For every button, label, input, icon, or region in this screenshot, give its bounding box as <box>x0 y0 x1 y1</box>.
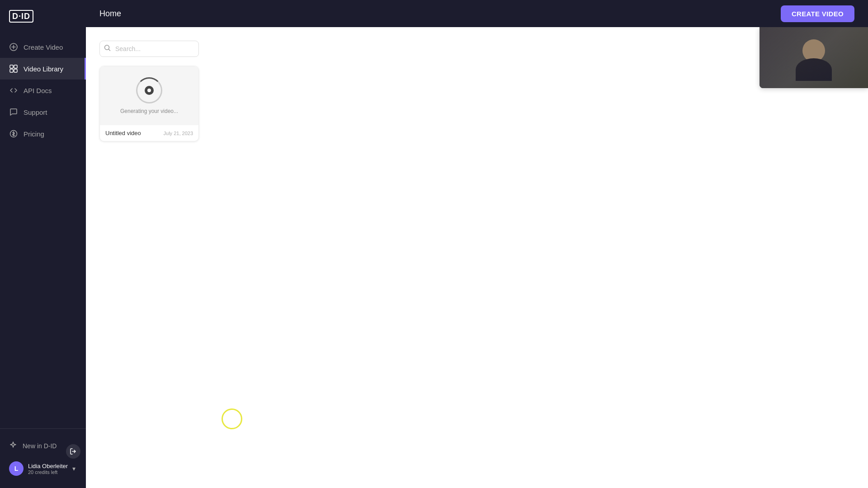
user-text: Lidia Oberleiter 20 credits left <box>28 463 68 475</box>
topbar: Home CREATE VIDEO <box>86 0 868 27</box>
sparkle-icon <box>9 441 17 450</box>
search-container <box>99 41 199 57</box>
code-icon <box>9 86 18 95</box>
cursor-indicator <box>222 408 242 429</box>
search-icon <box>104 45 111 53</box>
svg-rect-4 <box>14 69 17 72</box>
chevron-down-icon: ▾ <box>72 465 75 472</box>
sidebar-item-video-library[interactable]: Video Library <box>0 58 86 80</box>
plus-icon <box>9 42 18 52</box>
video-info: Untitled video July 21, 2023 <box>100 125 198 141</box>
new-in-did-label: New in D-ID <box>23 442 57 450</box>
video-date: July 21, 2023 <box>164 131 193 136</box>
svg-rect-3 <box>10 69 13 72</box>
chat-icon <box>9 108 18 117</box>
avatar: L <box>9 461 24 476</box>
svg-rect-1 <box>10 65 13 68</box>
sidebar-item-video-library-label: Video Library <box>24 65 63 73</box>
video-grid: Generating your video... Untitled video … <box>99 66 854 141</box>
grid-icon <box>9 64 18 73</box>
preview-person <box>760 27 868 88</box>
dollar-icon <box>9 129 18 138</box>
sidebar-item-pricing[interactable]: Pricing <box>0 123 86 145</box>
video-thumbnail: Generating your video... <box>100 66 198 125</box>
user-name: Lidia Oberleiter <box>28 463 68 469</box>
sidebar-item-pricing-label: Pricing <box>24 130 44 138</box>
video-card[interactable]: Generating your video... Untitled video … <box>99 66 199 141</box>
content-area: Generating your video... Untitled video … <box>86 27 868 488</box>
logo-area: D·ID <box>0 0 86 32</box>
sidebar-item-create-video[interactable]: Create Video <box>0 36 86 58</box>
video-name: Untitled video <box>105 130 141 136</box>
sidebar-nav: Create Video Video Library API Docs <box>0 32 86 428</box>
sidebar: D·ID Create Video Video Libra <box>0 0 86 488</box>
sidebar-item-api-docs[interactable]: API Docs <box>0 80 86 101</box>
sidebar-item-support[interactable]: Support <box>0 101 86 123</box>
logo: D·ID <box>9 10 33 22</box>
user-info[interactable]: L Lidia Oberleiter 20 credits left ▾ <box>0 456 85 481</box>
sidebar-item-support-label: Support <box>24 108 47 116</box>
search-input[interactable] <box>99 41 199 57</box>
svg-rect-2 <box>14 65 17 68</box>
create-video-button[interactable]: CREATE VIDEO <box>781 5 854 22</box>
sidebar-bottom: New in D-ID L Lidia Oberleiter 20 credit… <box>0 428 86 488</box>
sidebar-item-api-docs-label: API Docs <box>24 87 52 94</box>
page-title: Home <box>99 9 121 19</box>
floating-video-preview <box>760 27 868 88</box>
sidebar-item-create-video-label: Create Video <box>24 43 63 51</box>
generating-text: Generating your video... <box>120 108 178 114</box>
logo-bracket: D·ID <box>9 10 33 23</box>
main-wrapper: Home CREATE VIDEO <box>86 0 868 488</box>
logout-button[interactable] <box>66 444 80 459</box>
user-credits: 20 credits left <box>28 469 68 475</box>
